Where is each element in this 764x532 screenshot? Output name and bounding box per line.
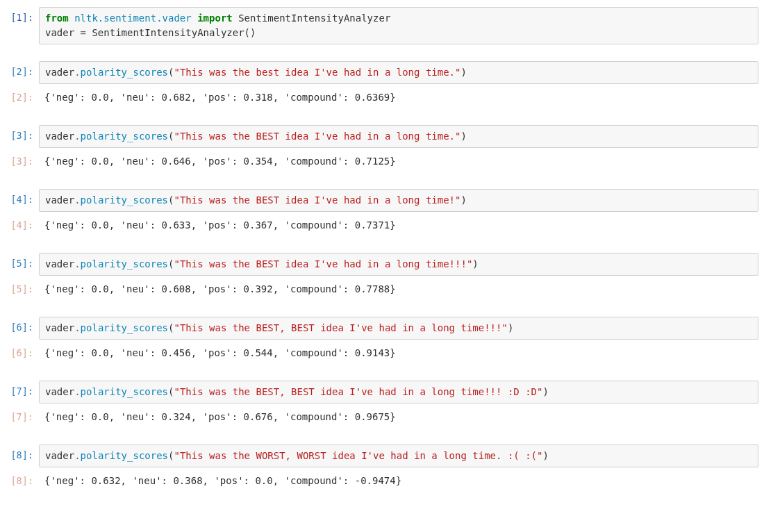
code-line: from nltk.sentiment.vader import Sentime… [45, 11, 752, 26]
output-text: {'neg': 0.632, 'neu': 0.368, 'pos': 0.0,… [44, 474, 753, 488]
code-input-area[interactable]: vader.polarity_scores("This was the BEST… [39, 317, 758, 340]
input-cell: [7]:vader.polarity_scores("This was the … [0, 381, 764, 404]
code-token: . [74, 258, 80, 269]
code-input-area[interactable]: vader.polarity_scores("This was the BEST… [39, 253, 758, 276]
input-prompt: [2]: [0, 61, 39, 78]
code-line: vader.polarity_scores("This was the BEST… [45, 129, 752, 144]
output-area: {'neg': 0.0, 'neu': 0.633, 'pos': 0.367,… [39, 215, 758, 236]
code-token: polarity_scores [81, 194, 168, 206]
code-token: ) [542, 450, 548, 461]
output-text: {'neg': 0.0, 'neu': 0.633, 'pos': 0.367,… [44, 218, 753, 233]
input-cell: [2]:vader.polarity_scores("This was the … [0, 61, 764, 84]
output-prompt: [6]: [0, 342, 39, 360]
output-cell: [6]:{'neg': 0.0, 'neu': 0.456, 'pos': 0.… [0, 342, 764, 364]
code-token: "This was the WORST, WORST idea I've had… [174, 450, 542, 461]
code-token: . [74, 322, 80, 333]
code-token: = [81, 27, 86, 38]
code-line: vader.polarity_scores("This was the BEST… [45, 193, 752, 208]
code-token: polarity_scores [81, 386, 168, 397]
code-token: "This was the BEST, BEST idea I've had i… [174, 386, 542, 397]
code-token: vader [45, 386, 74, 397]
code-token: . [74, 386, 80, 397]
output-cell: [5]:{'neg': 0.0, 'neu': 0.608, 'pos': 0.… [0, 279, 764, 300]
code-token: "This was the best idea I've had in a lo… [174, 67, 460, 78]
code-token: . [74, 450, 80, 461]
code-token: "This was the BEST idea I've had in a lo… [174, 258, 472, 269]
code-line: vader.polarity_scores("This was the BEST… [45, 257, 752, 272]
code-line: vader.polarity_scores("This was the best… [45, 65, 752, 80]
code-input-area[interactable]: vader.polarity_scores("This was the WORS… [39, 444, 758, 467]
output-prompt: [5]: [0, 279, 39, 296]
code-token: vader [45, 67, 74, 78]
output-area: {'neg': 0.632, 'neu': 0.368, 'pos': 0.0,… [39, 470, 758, 492]
code-token: . [74, 67, 80, 78]
code-token: nltk.sentiment.vader [74, 13, 192, 24]
input-cell: [8]:vader.polarity_scores("This was the … [0, 444, 764, 467]
cell-gap [0, 239, 764, 250]
code-input-area[interactable]: vader.polarity_scores("This was the BEST… [39, 125, 758, 148]
input-prompt: [5]: [0, 253, 39, 270]
code-token: polarity_scores [81, 258, 168, 269]
code-token: vader [45, 450, 74, 461]
code-token: ) [472, 258, 478, 269]
notebook-container: [1]:from nltk.sentiment.vader import Sen… [0, 7, 764, 492]
output-area: {'neg': 0.0, 'neu': 0.646, 'pos': 0.354,… [39, 151, 758, 172]
cell-gap [0, 303, 764, 314]
output-area: {'neg': 0.0, 'neu': 0.324, 'pos': 0.676,… [39, 406, 758, 428]
code-token: vader [45, 194, 74, 206]
output-prompt: [4]: [0, 215, 39, 232]
output-text: {'neg': 0.0, 'neu': 0.646, 'pos': 0.354,… [44, 154, 753, 169]
code-token: . [74, 194, 80, 206]
code-token: SentimentIntensityAnalyzer() [86, 27, 256, 38]
code-token: vader [45, 27, 81, 38]
cell-gap [0, 175, 764, 186]
input-cell: [5]:vader.polarity_scores("This was the … [0, 253, 764, 276]
code-token: polarity_scores [81, 322, 168, 333]
code-token: vader [45, 131, 74, 142]
code-token: import [192, 13, 238, 24]
output-text: {'neg': 0.0, 'neu': 0.682, 'pos': 0.318,… [44, 90, 753, 105]
input-prompt: [4]: [0, 189, 39, 206]
code-line: vader = SentimentIntensityAnalyzer() [45, 26, 752, 40]
code-input-area[interactable]: from nltk.sentiment.vader import Sentime… [39, 7, 758, 44]
code-token: polarity_scores [81, 131, 168, 142]
output-text: {'neg': 0.0, 'neu': 0.456, 'pos': 0.544,… [44, 346, 753, 360]
code-token: ) [542, 386, 548, 397]
output-cell: [2]:{'neg': 0.0, 'neu': 0.682, 'pos': 0.… [0, 87, 764, 108]
code-token: polarity_scores [81, 67, 168, 78]
input-cell: [4]:vader.polarity_scores("This was the … [0, 189, 764, 212]
output-area: {'neg': 0.0, 'neu': 0.682, 'pos': 0.318,… [39, 87, 758, 108]
input-prompt: [1]: [0, 7, 39, 24]
output-cell: [7]:{'neg': 0.0, 'neu': 0.324, 'pos': 0.… [0, 406, 764, 428]
code-token: ) [460, 67, 466, 78]
code-token: vader [45, 258, 74, 269]
output-cell: [8]:{'neg': 0.632, 'neu': 0.368, 'pos': … [0, 470, 764, 492]
cell-gap [0, 431, 764, 442]
code-token: from [45, 13, 74, 24]
code-token: "This was the BEST idea I've had in a lo… [174, 194, 460, 206]
input-prompt: [7]: [0, 381, 39, 398]
output-cell: [4]:{'neg': 0.0, 'neu': 0.633, 'pos': 0.… [0, 215, 764, 236]
code-token: vader [45, 322, 74, 333]
output-text: {'neg': 0.0, 'neu': 0.324, 'pos': 0.676,… [44, 410, 753, 424]
input-cell: [6]:vader.polarity_scores("This was the … [0, 317, 764, 340]
cell-gap [0, 367, 764, 378]
code-token: "This was the BEST, BEST idea I've had i… [174, 322, 507, 333]
code-input-area[interactable]: vader.polarity_scores("This was the best… [39, 61, 758, 84]
output-area: {'neg': 0.0, 'neu': 0.608, 'pos': 0.392,… [39, 279, 758, 300]
output-prompt: [8]: [0, 470, 39, 488]
output-prompt: [2]: [0, 87, 39, 104]
input-cell: [3]:vader.polarity_scores("This was the … [0, 125, 764, 148]
output-text: {'neg': 0.0, 'neu': 0.608, 'pos': 0.392,… [44, 282, 753, 297]
input-cell: [1]:from nltk.sentiment.vader import Sen… [0, 7, 764, 44]
output-area: {'neg': 0.0, 'neu': 0.456, 'pos': 0.544,… [39, 342, 758, 364]
code-token: ) [460, 131, 466, 142]
code-token: . [74, 131, 80, 142]
input-prompt: [6]: [0, 317, 39, 334]
code-token: ) [460, 194, 466, 206]
cell-gap [0, 111, 764, 122]
code-input-area[interactable]: vader.polarity_scores("This was the BEST… [39, 189, 758, 212]
code-input-area[interactable]: vader.polarity_scores("This was the BEST… [39, 381, 758, 404]
cell-gap [0, 47, 764, 58]
code-token: ) [508, 322, 513, 333]
